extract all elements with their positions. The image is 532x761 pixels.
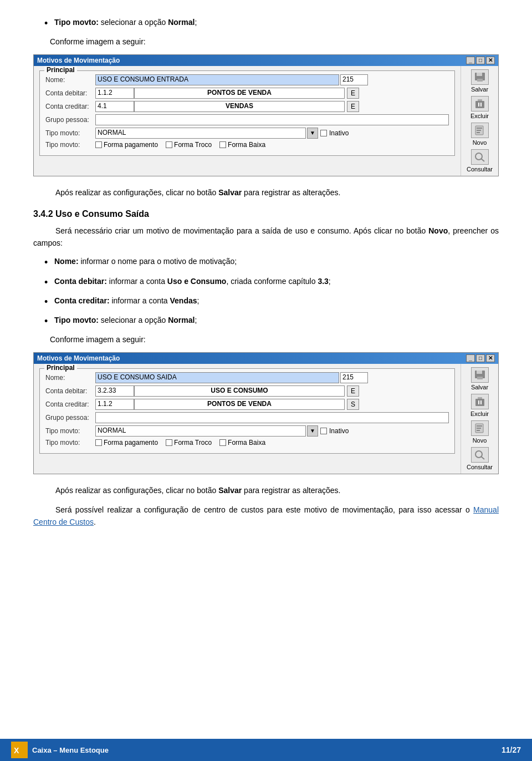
nome-code-2[interactable]: 215 — [340, 372, 368, 383]
bullet-nome-label: Nome: — [54, 257, 79, 266]
conta-creditar-btn-2[interactable]: S — [347, 399, 359, 410]
chk-label-forma-troco-1: Forma Troco — [174, 141, 212, 149]
bullet-cc-text: Conta creditar: informar a conta Vendas; — [54, 295, 499, 307]
inativo-label-1: Inativo — [329, 129, 349, 137]
chk-forma-troco-1[interactable] — [166, 141, 172, 148]
excluir-btn-2[interactable]: Excluir — [464, 394, 495, 417]
grupo-pessoa-input-1[interactable] — [95, 114, 449, 125]
conta-debitar-btn-2[interactable]: E — [347, 385, 359, 397]
nome-input-1[interactable]: USO E CONSUMO ENTRADA — [95, 74, 339, 85]
window-1: Motivos de Movimentação _ □ ✕ Principal … — [33, 54, 499, 176]
chk-forma-troco-2[interactable] — [166, 439, 172, 446]
conta-debitar-label-2: Conta debitar: — [45, 387, 95, 395]
chk-forma-baixa-2[interactable] — [219, 439, 226, 446]
para3-end: . — [94, 518, 96, 526]
footer-title: Caixa – Menu Estoque — [32, 746, 109, 754]
paragraph-3: Será possível realizar a configuração de… — [33, 504, 499, 529]
checkbox-forma-baixa-1[interactable]: Forma Baixa — [219, 141, 265, 149]
tipo-movto-dropdown-1[interactable]: ▼ — [307, 128, 318, 139]
nome-input-2[interactable]: USO E CONSUMO SAIDA — [95, 372, 339, 383]
inativo-section-2: Inativo — [320, 427, 349, 435]
section-intro-para: Será necessário criar um motivo de movim… — [33, 225, 499, 250]
bullet-nome-text: Nome: informar o nome para o motivo de m… — [54, 256, 499, 267]
chk-label-forma-baixa-2: Forma Baixa — [228, 439, 265, 447]
bullet-cd-suffix: ; — [329, 277, 331, 286]
svg-rect-22 — [477, 428, 481, 429]
nome-code-1[interactable]: 215 — [340, 74, 368, 85]
section-intro-bold: Novo — [428, 226, 448, 235]
chk-forma-baixa-1[interactable] — [219, 141, 226, 148]
salvar-btn-2[interactable]: Salvar — [464, 367, 495, 390]
close-btn-2[interactable]: ✕ — [486, 354, 495, 362]
checkbox-forma-troco-1[interactable]: Forma Troco — [166, 141, 212, 149]
consultar-btn-1[interactable]: Consultar — [464, 149, 495, 173]
minimize-btn[interactable]: _ — [466, 57, 475, 64]
window-2-sidebar: Salvar Excluir Novo — [461, 364, 498, 474]
novo-btn-2[interactable]: Novo — [464, 420, 495, 444]
excluir-icon-1 — [471, 96, 489, 111]
inativo-checkbox-1[interactable] — [320, 130, 327, 136]
footer-logo: X Caixa – Menu Estoque — [11, 742, 109, 758]
linx-logo: X — [11, 742, 28, 758]
conforme-2: Conforme imagem a seguir: — [50, 334, 499, 346]
window-2: Motivos de Movimentação _ □ ✕ Principal … — [33, 352, 499, 474]
section-title-342: 3.4.2 Uso e Consumo Saída — [33, 209, 499, 219]
bullet-cd-bold3: 3.3 — [318, 277, 328, 286]
bullet-label: Tipo movto: — [54, 18, 99, 27]
chk-forma-pagamento-1[interactable] — [95, 141, 102, 148]
checkbox-forma-troco-2[interactable]: Forma Troco — [166, 439, 212, 447]
chk-label-forma-troco-2: Forma Troco — [174, 439, 212, 447]
conta-debitar-label-1: Conta debitar: — [45, 89, 95, 97]
para1-text: Após realizar as configurações, clicar n… — [55, 188, 218, 197]
first-bullet-list: • Tipo movto: selecionar a opção Normal; — [44, 17, 499, 31]
svg-rect-14 — [477, 371, 482, 374]
checkbox-forma-pagamento-2[interactable]: Forma pagamento — [95, 439, 158, 447]
svg-rect-8 — [477, 128, 482, 129]
para2-text: Após realizar as configurações, clicar n… — [55, 486, 218, 495]
row-tipo-movto-checks-1: Tipo movto: Forma pagamento Forma Troco — [45, 141, 449, 149]
svg-rect-15 — [477, 377, 483, 379]
conta-creditar-input-2[interactable]: 1.1.2 — [95, 399, 134, 410]
consultar-icon-2 — [471, 447, 489, 463]
inativo-checkbox-2[interactable] — [320, 428, 327, 434]
window-2-group-title: Principal — [44, 364, 77, 372]
row-conta-creditar-2: Conta creditar: 1.1.2 PONTOS DE VENDA S — [45, 399, 449, 410]
grupo-pessoa-input-2[interactable] — [95, 412, 449, 423]
bullet-tipo-movto-1: • Tipo movto: selecionar a opção Normal; — [44, 17, 499, 31]
consultar-btn-2[interactable]: Consultar — [464, 447, 495, 470]
tipo-movto2-label-1: Tipo movto: — [45, 141, 95, 149]
bullet-dot-nome: • — [44, 256, 54, 270]
conta-debitar-input-2[interactable]: 3.2.33 — [95, 385, 134, 397]
novo-icon-2 — [471, 420, 489, 436]
tipo-movto-dropdown-2[interactable]: ▼ — [307, 425, 318, 437]
minimize-btn-2[interactable]: _ — [466, 354, 475, 362]
conta-creditar-btn-1[interactable]: E — [347, 101, 359, 112]
conta-debitar-text-1: PONTOS DE VENDA — [134, 88, 345, 99]
section-title-text: 3.4.2 Uso e Consumo Saída — [33, 209, 149, 219]
restore-btn-2[interactable]: □ — [476, 354, 485, 362]
conta-creditar-input-1[interactable]: 4.1 — [95, 101, 134, 112]
tipo-movto-input-1[interactable]: NORMAL — [95, 128, 306, 139]
bullet-cc-body: informar a conta — [110, 296, 170, 305]
window-1-titlebar: Motivos de Movimentação _ □ ✕ — [34, 55, 498, 66]
row-tipo-movto-checks-2: Tipo movto: Forma pagamento Forma Troco — [45, 439, 449, 447]
window-1-sidebar: Salvar Excluir Novo — [461, 66, 498, 176]
window-2-controls[interactable]: _ □ ✕ — [466, 354, 495, 362]
bullet-tipo-movto-2: • Tipo movto: selecionar a opção Normal; — [44, 314, 499, 328]
checkbox-row-1: Forma pagamento Forma Troco Forma Baixa — [95, 141, 265, 149]
tipo-movto-input-2[interactable]: NORMAL — [95, 425, 306, 437]
window-1-controls[interactable]: _ □ ✕ — [466, 57, 495, 64]
conta-debitar-input-1[interactable]: 1.1.2 — [95, 88, 134, 99]
close-btn[interactable]: ✕ — [486, 57, 495, 64]
checkbox-forma-baixa-2[interactable]: Forma Baixa — [219, 439, 265, 447]
restore-btn[interactable]: □ — [476, 57, 485, 64]
window-1-main: Principal Nome: USO E CONSUMO ENTRADA 21… — [34, 66, 461, 176]
salvar-btn-1[interactable]: Salvar — [464, 69, 495, 93]
conta-debitar-btn-1[interactable]: E — [347, 88, 359, 99]
bullet-cc-suffix: ; — [197, 296, 200, 305]
svg-rect-18 — [478, 400, 479, 404]
checkbox-forma-pagamento-1[interactable]: Forma pagamento — [95, 141, 158, 149]
chk-forma-pagamento-2[interactable] — [95, 439, 102, 446]
excluir-btn-1[interactable]: Excluir — [464, 96, 495, 119]
novo-btn-1[interactable]: Novo — [464, 123, 495, 146]
